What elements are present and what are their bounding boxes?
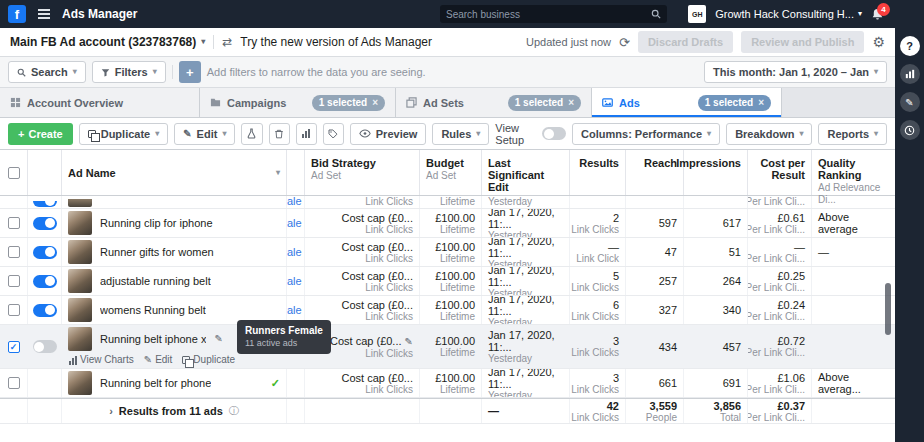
duplicate-action[interactable]: Duplicate [182,354,235,366]
view-charts-button[interactable] [296,123,317,145]
sort-caret-icon[interactable]: ▾ [276,167,280,179]
chevron-right-icon[interactable]: › [109,405,113,417]
table-row[interactable]: womens Running belt ale Cost cap (£0...L… [0,296,895,325]
header-ad-name[interactable]: Ad Name ▾ [62,150,287,195]
table-row-clipped[interactable]: ale Link Clicks Lifetime Yesterday Per L… [0,196,895,209]
row-checkbox[interactable] [8,304,20,316]
header-impressions[interactable]: Impressions [684,150,748,195]
history-rail-button[interactable] [900,120,920,140]
ad-status-toggle[interactable] [33,217,57,230]
search-filter-button[interactable]: Search ▾ [8,61,86,83]
switch-version-icon[interactable]: ⇄ [222,36,232,48]
duplicate-button[interactable]: Duplicate ▾ [79,123,169,145]
pencil-icon[interactable]: ✎ [214,333,222,345]
global-search[interactable] [440,5,667,23]
facebook-logo-icon[interactable]: f [8,5,26,23]
header-last-significant-edit[interactable]: Last Significant Edit [482,150,570,195]
charts-rail-button[interactable] [900,64,920,84]
adset-link[interactable]: ale [287,246,302,258]
edit-rail-button[interactable]: ✎ [900,92,920,112]
close-icon[interactable]: × [372,97,378,108]
date-range-selector[interactable]: This month: Jan 1, 2020 – Jan ▾ [704,61,887,83]
discard-drafts-button[interactable]: Discard Drafts [638,31,733,53]
rules-button[interactable]: Rules ▾ [432,123,489,145]
review-and-publish-button[interactable]: Review and Publish [741,31,864,53]
filter-bar: Search ▾ Filters ▾ + Add filters to narr… [0,57,895,88]
adset-link[interactable]: ale [287,304,302,316]
adset-link[interactable]: ale [287,217,302,229]
refresh-button[interactable]: ⟳ [619,36,630,49]
account-menu[interactable]: Growth Hack Consulting H... ▾ [715,8,862,20]
checkbox[interactable] [8,167,20,179]
row-checkbox[interactable] [8,217,20,229]
ad-name-link[interactable]: Running clip for iphone [100,217,213,229]
pencil-icon: ✎ [144,354,152,366]
table-row[interactable]: Runner gifts for women ale Cost cap (£0.… [0,238,895,267]
ad-name-link[interactable]: Running belt iphone x [100,333,206,345]
table-row[interactable]: Running belt for phone✓ Cost cap (£0...L… [0,369,895,398]
search-input[interactable] [446,9,651,20]
header-bid-strategy[interactable]: Bid StrategyAd Set [305,150,420,195]
info-icon[interactable]: ⓘ [229,405,239,417]
table-row[interactable]: Running clip for iphone ale Cost cap (£0… [0,209,895,238]
row-checkbox[interactable] [8,275,20,287]
search-icon [17,68,26,77]
ad-name-link[interactable]: Running belt for phone [100,377,211,389]
breakdown-button[interactable]: Breakdown ▾ [726,123,812,145]
ad-name-link[interactable]: Runner gifts for women [100,246,214,258]
folder-icon [210,97,221,108]
tab-ad-sets[interactable]: Ad Sets 1 selected × [396,88,592,117]
settings-gear-icon[interactable]: ⚙ [872,35,885,49]
ad-status-toggle[interactable] [33,340,57,353]
header-quality-ranking[interactable]: Quality RankingAd Relevance Di... [812,150,895,195]
tabs-filler [782,88,895,117]
tab-campaigns[interactable]: Campaigns 1 selected × [200,88,396,117]
hamburger-menu-icon[interactable] [38,13,50,15]
header-budget[interactable]: BudgetAd Set [420,150,482,195]
ad-sets-icon [406,97,417,108]
try-new-version-link[interactable]: Try the new version of Ads Manager [240,35,432,49]
preview-button[interactable]: Preview [350,123,427,145]
summary-row[interactable]: › Results from 11 ads ⓘ — 42Link Clicks … [0,398,895,424]
add-filter-button[interactable]: + [179,61,201,83]
row-checkbox-checked[interactable]: ✓ [8,341,20,353]
vertical-scrollbar[interactable] [885,283,891,335]
pencil-icon[interactable]: ✎ [405,336,413,347]
reports-button[interactable]: Reports ▾ [818,123,887,145]
header-results[interactable]: Results [570,150,626,195]
ab-test-button[interactable] [241,123,262,145]
view-setup-toggle[interactable] [542,127,566,140]
table-row-selected[interactable]: ✓ Running belt iphone x ✎ View Charts ✎E… [0,325,895,369]
business-avatar[interactable]: GH [688,5,706,23]
table-row[interactable]: adjustable running belt ale Cost cap (£0… [0,267,895,296]
edit-action[interactable]: ✎Edit [144,354,173,366]
filters-button[interactable]: Filters ▾ [92,61,166,83]
delete-button[interactable] [269,123,290,145]
row-checkbox[interactable] [8,246,20,258]
adset-link[interactable]: ale [287,196,302,207]
ad-status-toggle[interactable] [33,304,57,317]
view-charts-action[interactable]: View Charts [69,354,134,366]
ad-status-toggle[interactable] [33,201,57,207]
ad-name-link[interactable]: womens Running belt [100,304,206,316]
row-checkbox[interactable] [8,377,20,389]
close-icon[interactable]: × [568,97,574,108]
edit-button[interactable]: ✎ Edit ▾ [174,123,235,145]
close-icon[interactable]: × [758,97,764,108]
tab-account-overview[interactable]: Account Overview [0,88,200,117]
help-button[interactable]: ? [900,36,920,56]
ad-account-selector[interactable]: Main FB Ad account (323783768) ▾ [10,35,205,49]
select-all-checkbox[interactable] [0,150,28,195]
results-cell: 2Link Clicks [570,209,626,237]
tab-ads[interactable]: Ads 1 selected × [592,88,782,117]
notifications-button[interactable]: 4 [871,8,884,21]
ad-status-toggle[interactable] [33,275,57,288]
ad-status-toggle[interactable] [33,246,57,259]
chevron-down-icon: ▾ [476,130,480,138]
columns-button[interactable]: Columns: Performance ▾ [572,123,720,145]
export-button[interactable] [323,123,344,145]
create-button[interactable]: + Create [8,123,73,145]
ad-name-link[interactable]: adjustable running belt [100,275,211,287]
adset-link[interactable]: ale [287,275,302,287]
header-cost-per-result[interactable]: Cost per Result [748,150,812,195]
